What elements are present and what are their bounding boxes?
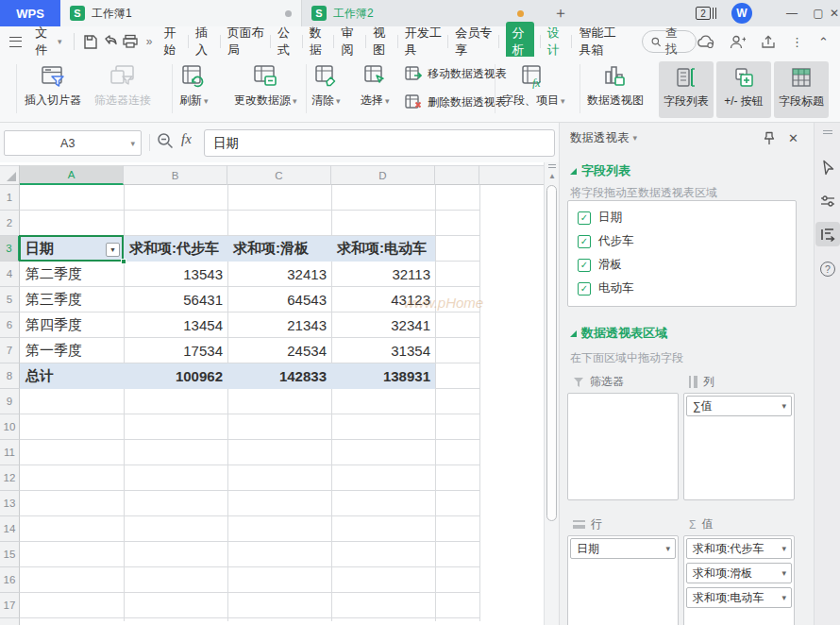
checkbox-checked-icon[interactable]: ✓ (578, 282, 591, 296)
column-header-C[interactable]: C (227, 165, 331, 185)
row-number-4[interactable]: 4 (0, 262, 20, 287)
menu-item-公式[interactable]: 公式 (271, 26, 303, 57)
row-number-14[interactable]: 14 (0, 516, 20, 542)
areas-section-title[interactable]: 数据透视表区域 (570, 325, 667, 342)
add-user-icon[interactable] (730, 35, 746, 49)
menu-item-插入[interactable]: 插入 (189, 26, 221, 57)
cell-row-label-5[interactable]: 第三季度 (20, 287, 124, 312)
cell-value-r6c2[interactable]: 21343 (227, 312, 331, 338)
fill-handle[interactable] (121, 259, 126, 264)
pane-title[interactable]: 数据透视表 ▾ (570, 130, 637, 146)
find-button[interactable]: 查找 (642, 30, 697, 53)
cell-total-value-3[interactable]: 138931 (331, 363, 435, 389)
cell-pivot-header-1[interactable]: 求和项:代步车 (124, 236, 227, 262)
cell-pivot-header-3[interactable]: 求和项:电动车 (331, 236, 435, 262)
document-tab-workbook2[interactable]: S 工作簿2 (302, 0, 533, 26)
value-field-求和项:滑板[interactable]: 求和项:滑板▾ (686, 563, 792, 583)
row-number-8[interactable]: 8 (0, 363, 20, 389)
field-item-电动车[interactable]: ✓电动车 (578, 277, 796, 300)
menu-item-数据[interactable]: 数据 (303, 26, 335, 57)
rows-drop-area[interactable]: 日期▾ (567, 535, 679, 625)
cell-value-r7c2[interactable]: 24534 (227, 338, 331, 363)
column-field-∑值[interactable]: ∑值▾ (686, 396, 792, 416)
checkbox-checked-icon[interactable]: ✓ (578, 235, 591, 248)
toggle-field-headers-button[interactable]: 字段标题 (774, 61, 829, 118)
formula-input[interactable]: 日期 (204, 129, 555, 157)
row-number-18[interactable]: 18 (0, 618, 20, 625)
row-number-2[interactable]: 2 (0, 211, 20, 236)
row-number-13[interactable]: 13 (0, 491, 20, 516)
cell-value-r5c1[interactable]: 56431 (124, 287, 227, 312)
toggle-field-list-button[interactable]: 字段列表 (659, 61, 714, 118)
row-number-7[interactable]: 7 (0, 338, 20, 363)
field-item-滑板[interactable]: ✓滑板 (578, 253, 796, 277)
account-avatar[interactable]: W (731, 3, 752, 24)
value-field-求和项:代步车[interactable]: 求和项:代步车▾ (686, 538, 792, 559)
cell-total-value-1[interactable]: 100962 (124, 363, 227, 389)
split-handle-icon[interactable] (548, 164, 556, 168)
row-number-16[interactable]: 16 (0, 567, 20, 593)
menu-item-分析[interactable]: 分析 (499, 26, 541, 57)
cell-total-label[interactable]: 总计 (20, 363, 124, 389)
cell-row-label-6[interactable]: 第四季度 (20, 312, 124, 338)
value-field-求和项:电动车[interactable]: 求和项:电动车▾ (686, 587, 792, 608)
cell-value-r4c1[interactable]: 13543 (124, 262, 227, 287)
file-menu-button[interactable]: 文件 ▾ (29, 25, 67, 59)
filters-drop-area[interactable] (567, 393, 679, 500)
select-all-corner[interactable] (0, 165, 20, 185)
cloud-sync-icon[interactable] (697, 35, 714, 48)
pivot-pane-toggle-icon[interactable] (815, 222, 840, 246)
field-list-section-title[interactable]: 字段列表 (570, 162, 630, 179)
fields-items-button[interactable]: fx 字段、项目▾ (502, 60, 565, 119)
minimize-button[interactable]: — (778, 0, 806, 26)
hamburger-menu-icon[interactable] (9, 37, 22, 47)
select-button[interactable]: 选择▾ (361, 60, 390, 119)
move-pivot-button[interactable]: 移动数据透视表 (404, 62, 507, 85)
new-tab-button[interactable]: ＋ (550, 3, 571, 24)
delete-pivot-button[interactable]: 删除数据透视表 (404, 91, 507, 113)
cell-value-r7c3[interactable]: 31354 (331, 338, 435, 363)
column-header-A[interactable]: A (20, 165, 124, 185)
refresh-button[interactable]: 刷新▾ (179, 60, 209, 119)
cell-value-r5c2[interactable]: 64543 (227, 287, 331, 312)
menu-item-设计[interactable]: 设计 (541, 26, 573, 57)
row-number-12[interactable]: 12 (0, 465, 20, 491)
vertical-scrollbar[interactable]: ▲ (544, 162, 559, 625)
cell-value-r7c1[interactable]: 17534 (124, 338, 227, 363)
column-header-partial[interactable] (435, 165, 479, 185)
insert-slicer-button[interactable]: 插入切片器 (25, 60, 81, 119)
scroll-up-arrow[interactable]: ▲ (545, 172, 559, 180)
row-number-3[interactable]: 3 (0, 236, 20, 262)
close-pane-button[interactable]: ✕ (788, 131, 798, 145)
menu-item-视图[interactable]: 视图 (366, 26, 398, 57)
row-number-5[interactable]: 5 (0, 287, 20, 312)
insert-function-icon[interactable]: fx (181, 131, 192, 147)
share-icon[interactable] (761, 35, 776, 49)
settings-sliders-icon[interactable] (815, 189, 840, 213)
cell-value-r4c3[interactable]: 32113 (331, 262, 435, 287)
field-item-代步车[interactable]: ✓代步车 (578, 229, 796, 253)
wps-logo[interactable]: WPS (0, 0, 60, 26)
field-filter-button[interactable]: ▼ (106, 243, 120, 257)
row-number-10[interactable]: 10 (0, 414, 20, 440)
column-header-D[interactable]: D (331, 165, 435, 185)
more-options-button[interactable]: ⋮ (791, 35, 803, 49)
undo-button[interactable] (100, 31, 120, 52)
row-number-1[interactable]: 1 (0, 185, 20, 211)
tab-count-badge[interactable]: 2 (696, 6, 718, 21)
pin-icon[interactable] (763, 131, 776, 145)
menu-item-开发工具[interactable]: 开发工具 (398, 26, 448, 57)
field-item-日期[interactable]: ✓日期 (578, 206, 796, 229)
change-data-source-button[interactable]: 更改数据源▾ (234, 60, 297, 119)
toolbar-overflow-button[interactable]: » (141, 35, 158, 48)
checkbox-checked-icon[interactable]: ✓ (578, 259, 591, 272)
zoom-formula-icon[interactable] (157, 132, 174, 152)
cell-value-r6c1[interactable]: 13454 (124, 312, 227, 338)
column-header-B[interactable]: B (124, 165, 227, 185)
checkbox-checked-icon[interactable]: ✓ (578, 211, 591, 225)
row-number-9[interactable]: 9 (0, 389, 20, 414)
cell-value-r4c2[interactable]: 32413 (227, 262, 331, 287)
close-window-button[interactable]: ✕ (829, 0, 840, 26)
row-number-17[interactable]: 17 (0, 593, 20, 618)
row-number-11[interactable]: 11 (0, 440, 20, 465)
